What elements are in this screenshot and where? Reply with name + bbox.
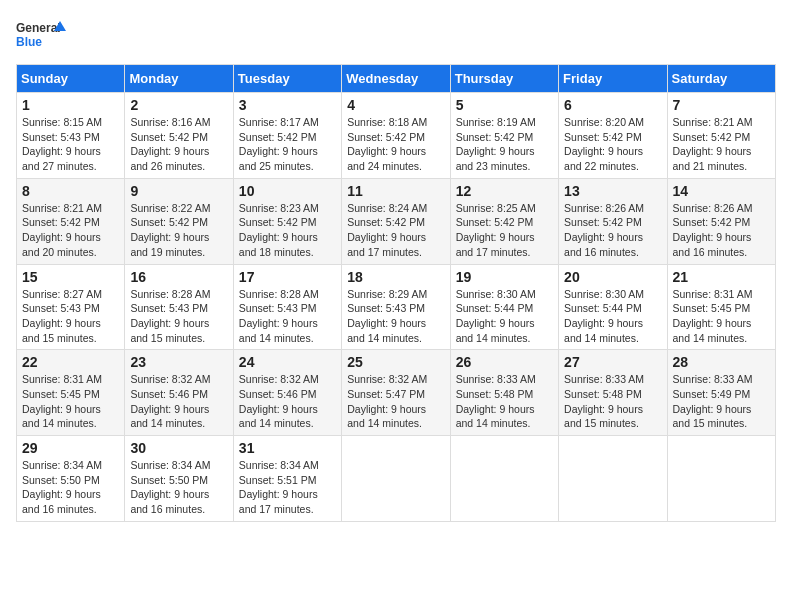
day-number: 11 (347, 183, 444, 199)
daylight-label: Daylight: 9 hours and 23 minutes. (456, 145, 535, 172)
sunrise-label: Sunrise: 8:25 AM (456, 202, 536, 214)
day-number: 28 (673, 354, 770, 370)
sunrise-label: Sunrise: 8:19 AM (456, 116, 536, 128)
day-number: 8 (22, 183, 119, 199)
calendar-table: SundayMondayTuesdayWednesdayThursdayFrid… (16, 64, 776, 522)
calendar-day-cell: 14 Sunrise: 8:26 AM Sunset: 5:42 PM Dayl… (667, 178, 775, 264)
calendar-day-cell: 4 Sunrise: 8:18 AM Sunset: 5:42 PM Dayli… (342, 93, 450, 179)
day-number: 15 (22, 269, 119, 285)
sunset-label: Sunset: 5:45 PM (673, 302, 751, 314)
calendar-day-cell: 29 Sunrise: 8:34 AM Sunset: 5:50 PM Dayl… (17, 436, 125, 522)
daylight-label: Daylight: 9 hours and 15 minutes. (673, 403, 752, 430)
sunset-label: Sunset: 5:42 PM (564, 216, 642, 228)
sunrise-label: Sunrise: 8:32 AM (130, 373, 210, 385)
day-number: 29 (22, 440, 119, 456)
daylight-label: Daylight: 9 hours and 14 minutes. (673, 317, 752, 344)
day-number: 16 (130, 269, 227, 285)
day-number: 13 (564, 183, 661, 199)
sunrise-label: Sunrise: 8:18 AM (347, 116, 427, 128)
calendar-day-cell: 7 Sunrise: 8:21 AM Sunset: 5:42 PM Dayli… (667, 93, 775, 179)
day-info: Sunrise: 8:20 AM Sunset: 5:42 PM Dayligh… (564, 115, 661, 174)
sunrise-label: Sunrise: 8:22 AM (130, 202, 210, 214)
calendar-day-cell: 22 Sunrise: 8:31 AM Sunset: 5:45 PM Dayl… (17, 350, 125, 436)
sunrise-label: Sunrise: 8:31 AM (673, 288, 753, 300)
calendar-day-cell: 6 Sunrise: 8:20 AM Sunset: 5:42 PM Dayli… (559, 93, 667, 179)
sunset-label: Sunset: 5:43 PM (22, 131, 100, 143)
daylight-label: Daylight: 9 hours and 14 minutes. (130, 403, 209, 430)
sunset-label: Sunset: 5:43 PM (239, 302, 317, 314)
sunset-label: Sunset: 5:43 PM (130, 302, 208, 314)
calendar-day-cell (667, 436, 775, 522)
daylight-label: Daylight: 9 hours and 14 minutes. (456, 403, 535, 430)
sunset-label: Sunset: 5:42 PM (130, 216, 208, 228)
weekday-header-sunday: Sunday (17, 65, 125, 93)
day-info: Sunrise: 8:34 AM Sunset: 5:50 PM Dayligh… (22, 458, 119, 517)
daylight-label: Daylight: 9 hours and 15 minutes. (22, 317, 101, 344)
calendar-day-cell: 18 Sunrise: 8:29 AM Sunset: 5:43 PM Dayl… (342, 264, 450, 350)
sunset-label: Sunset: 5:42 PM (239, 131, 317, 143)
weekday-header-tuesday: Tuesday (233, 65, 341, 93)
day-info: Sunrise: 8:22 AM Sunset: 5:42 PM Dayligh… (130, 201, 227, 260)
calendar-day-cell: 24 Sunrise: 8:32 AM Sunset: 5:46 PM Dayl… (233, 350, 341, 436)
sunrise-label: Sunrise: 8:29 AM (347, 288, 427, 300)
calendar-day-cell (450, 436, 558, 522)
sunset-label: Sunset: 5:42 PM (22, 216, 100, 228)
daylight-label: Daylight: 9 hours and 20 minutes. (22, 231, 101, 258)
daylight-label: Daylight: 9 hours and 15 minutes. (130, 317, 209, 344)
sunrise-label: Sunrise: 8:30 AM (456, 288, 536, 300)
calendar-day-cell: 5 Sunrise: 8:19 AM Sunset: 5:42 PM Dayli… (450, 93, 558, 179)
day-number: 25 (347, 354, 444, 370)
sunrise-label: Sunrise: 8:33 AM (456, 373, 536, 385)
sunset-label: Sunset: 5:47 PM (347, 388, 425, 400)
sunset-label: Sunset: 5:43 PM (22, 302, 100, 314)
calendar-day-cell: 8 Sunrise: 8:21 AM Sunset: 5:42 PM Dayli… (17, 178, 125, 264)
sunrise-label: Sunrise: 8:20 AM (564, 116, 644, 128)
sunrise-label: Sunrise: 8:28 AM (130, 288, 210, 300)
daylight-label: Daylight: 9 hours and 15 minutes. (564, 403, 643, 430)
calendar-day-cell: 13 Sunrise: 8:26 AM Sunset: 5:42 PM Dayl… (559, 178, 667, 264)
sunset-label: Sunset: 5:50 PM (22, 474, 100, 486)
sunrise-label: Sunrise: 8:26 AM (673, 202, 753, 214)
day-number: 27 (564, 354, 661, 370)
day-number: 18 (347, 269, 444, 285)
daylight-label: Daylight: 9 hours and 24 minutes. (347, 145, 426, 172)
sunrise-label: Sunrise: 8:21 AM (673, 116, 753, 128)
calendar-week-row: 22 Sunrise: 8:31 AM Sunset: 5:45 PM Dayl… (17, 350, 776, 436)
daylight-label: Daylight: 9 hours and 16 minutes. (22, 488, 101, 515)
day-number: 14 (673, 183, 770, 199)
sunset-label: Sunset: 5:42 PM (673, 131, 751, 143)
weekday-header-monday: Monday (125, 65, 233, 93)
sunrise-label: Sunrise: 8:34 AM (239, 459, 319, 471)
day-number: 9 (130, 183, 227, 199)
day-number: 12 (456, 183, 553, 199)
sunset-label: Sunset: 5:44 PM (456, 302, 534, 314)
sunset-label: Sunset: 5:46 PM (130, 388, 208, 400)
daylight-label: Daylight: 9 hours and 25 minutes. (239, 145, 318, 172)
day-info: Sunrise: 8:21 AM Sunset: 5:42 PM Dayligh… (673, 115, 770, 174)
day-number: 1 (22, 97, 119, 113)
calendar-day-cell: 20 Sunrise: 8:30 AM Sunset: 5:44 PM Dayl… (559, 264, 667, 350)
weekday-header-wednesday: Wednesday (342, 65, 450, 93)
day-info: Sunrise: 8:27 AM Sunset: 5:43 PM Dayligh… (22, 287, 119, 346)
day-number: 20 (564, 269, 661, 285)
calendar-day-cell: 16 Sunrise: 8:28 AM Sunset: 5:43 PM Dayl… (125, 264, 233, 350)
weekday-header-friday: Friday (559, 65, 667, 93)
calendar-week-row: 1 Sunrise: 8:15 AM Sunset: 5:43 PM Dayli… (17, 93, 776, 179)
weekday-header-thursday: Thursday (450, 65, 558, 93)
calendar-day-cell: 30 Sunrise: 8:34 AM Sunset: 5:50 PM Dayl… (125, 436, 233, 522)
sunrise-label: Sunrise: 8:31 AM (22, 373, 102, 385)
sunset-label: Sunset: 5:42 PM (456, 131, 534, 143)
calendar-day-cell: 23 Sunrise: 8:32 AM Sunset: 5:46 PM Dayl… (125, 350, 233, 436)
day-number: 3 (239, 97, 336, 113)
sunrise-label: Sunrise: 8:26 AM (564, 202, 644, 214)
daylight-label: Daylight: 9 hours and 21 minutes. (673, 145, 752, 172)
calendar-day-cell: 28 Sunrise: 8:33 AM Sunset: 5:49 PM Dayl… (667, 350, 775, 436)
daylight-label: Daylight: 9 hours and 14 minutes. (239, 403, 318, 430)
day-info: Sunrise: 8:25 AM Sunset: 5:42 PM Dayligh… (456, 201, 553, 260)
sunset-label: Sunset: 5:42 PM (347, 216, 425, 228)
sunset-label: Sunset: 5:43 PM (347, 302, 425, 314)
daylight-label: Daylight: 9 hours and 17 minutes. (347, 231, 426, 258)
sunset-label: Sunset: 5:44 PM (564, 302, 642, 314)
daylight-label: Daylight: 9 hours and 16 minutes. (564, 231, 643, 258)
sunset-label: Sunset: 5:45 PM (22, 388, 100, 400)
